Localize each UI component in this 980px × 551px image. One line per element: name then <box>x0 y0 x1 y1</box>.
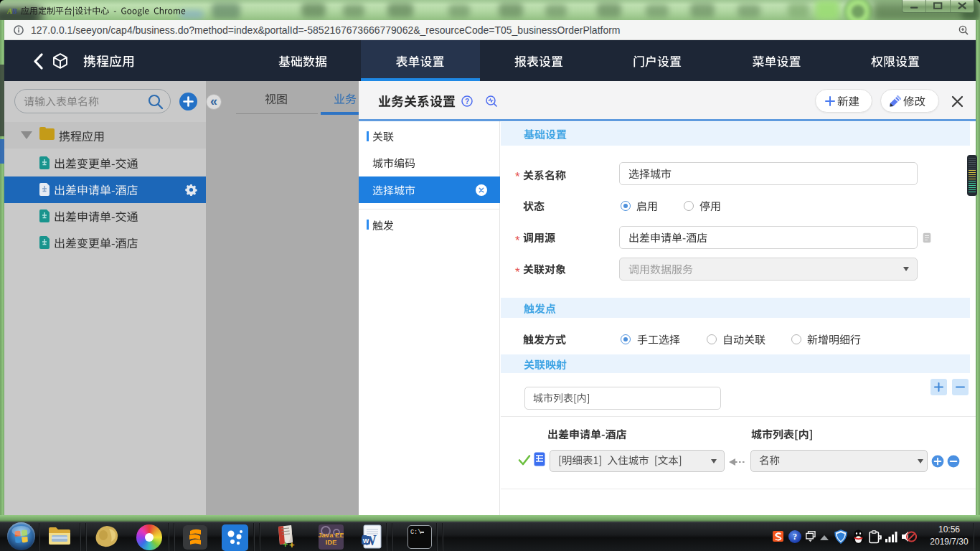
svg-text:?: ? <box>465 98 469 105</box>
svg-text:IDE: IDE <box>326 538 337 546</box>
svg-text:B: B <box>12 7 17 15</box>
svg-text:+: + <box>17 6 21 12</box>
svg-text:W: W <box>363 537 369 545</box>
svg-text:+: + <box>289 540 295 550</box>
svg-text:C:\: C:\ <box>410 529 421 536</box>
svg-text:+: + <box>283 539 288 550</box>
